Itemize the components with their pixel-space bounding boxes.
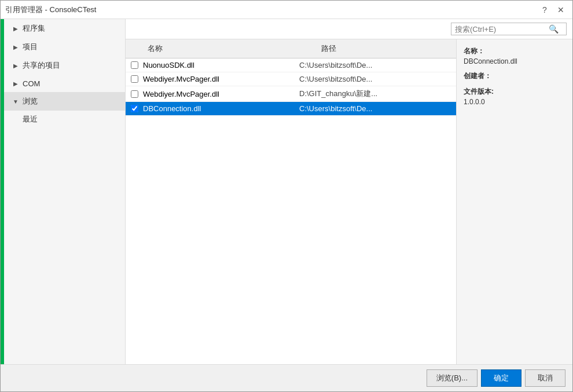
detail-name-label: 名称： — [464, 46, 565, 56]
arrow-project: ▶ — [11, 42, 20, 52]
file-list-container: 名称 路径 NuonuoSDK.dll C:\Users\bitzsoft\De… — [126, 39, 457, 364]
search-wrapper: 🔍 — [451, 23, 567, 35]
file-path-4: C:\Users\bitzsoft\De... — [299, 104, 456, 113]
file-name-4: DBConnection.dll — [143, 104, 299, 113]
checkbox-cell-3[interactable] — [126, 90, 143, 98]
right-panel: 🔍 名称 路径 Nuonuo — [126, 19, 572, 364]
file-list-header: 名称 路径 — [126, 39, 456, 58]
main-window: 引用管理器 - ConsoleCTest ? ✕ ▶ 程序集 ▶ 项目 ▶ 共享… — [0, 0, 573, 392]
checkbox-cell-1[interactable] — [126, 61, 143, 69]
file-path-3: D:\GIT_changku\新建... — [299, 89, 456, 99]
search-icon-button[interactable]: 🔍 — [548, 24, 560, 34]
sidebar-item-com[interactable]: ▶ COM — [4, 75, 125, 92]
file-path-2: C:\Users\bitzsoft\De... — [299, 75, 456, 83]
title-bar-buttons: ? ✕ — [538, 3, 568, 17]
table-row[interactable]: Webdiyer.MvcPager.dll C:\Users\bitzsoft\… — [126, 72, 456, 86]
file-path-1: C:\Users\bitzsoft\De... — [299, 61, 456, 69]
sidebar-label-com: COM — [23, 79, 40, 88]
checkbox-4[interactable] — [131, 105, 138, 112]
table-row[interactable]: DBConnection.dll C:\Users\bitzsoft\De... — [126, 102, 456, 116]
search-bar: 🔍 — [126, 19, 572, 39]
window-title: 引用管理器 - ConsoleCTest — [5, 5, 96, 15]
checkbox-2[interactable] — [131, 75, 138, 83]
arrow-shared-project: ▶ — [11, 61, 20, 70]
title-bar: 引用管理器 - ConsoleCTest ? ✕ — [1, 1, 572, 19]
table-row[interactable]: Webdiyer.MvcPager.dll D:\GIT_changku\新建.… — [126, 86, 456, 102]
help-button[interactable]: ? — [538, 3, 552, 17]
sidebar-label-shared-project: 共享的项目 — [23, 60, 60, 71]
header-path: 路径 — [317, 42, 456, 56]
sidebar-item-assemblies[interactable]: ▶ 程序集 — [4, 19, 125, 38]
checkbox-cell-2[interactable] — [126, 75, 143, 83]
sidebar: ▶ 程序集 ▶ 项目 ▶ 共享的项目 ▶ COM ▼ 浏览 最近 — [4, 19, 126, 364]
file-name-3: Webdiyer.MvcPager.dll — [143, 90, 299, 98]
file-name-2: Webdiyer.MvcPager.dll — [143, 75, 299, 83]
sidebar-label-assemblies: 程序集 — [23, 23, 45, 34]
main-content: ▶ 程序集 ▶ 项目 ▶ 共享的项目 ▶ COM ▼ 浏览 最近 — [1, 19, 572, 364]
browse-button[interactable]: 浏览(B)... — [427, 369, 477, 387]
checkbox-1[interactable] — [131, 61, 138, 69]
detail-name-value: DBConnection.dll — [464, 57, 565, 65]
checkbox-3[interactable] — [131, 90, 138, 98]
detail-version-value: 1.0.0.0 — [464, 98, 565, 106]
arrow-browse: ▼ — [11, 97, 20, 106]
sidebar-label-recent: 最近 — [23, 115, 38, 123]
header-checkbox-spacer — [126, 42, 143, 56]
sidebar-label-browse: 浏览 — [23, 96, 38, 107]
detail-version-label: 文件版本: — [464, 87, 565, 97]
file-name-1: NuonuoSDK.dll — [143, 61, 299, 69]
detail-panel: 名称： DBConnection.dll 创建者： 文件版本: 1.0.0.0 — [457, 39, 572, 364]
sidebar-item-browse[interactable]: ▼ 浏览 — [4, 92, 125, 111]
table-row[interactable]: NuonuoSDK.dll C:\Users\bitzsoft\De... — [126, 58, 456, 72]
bottom-bar: 浏览(B)... 确定 取消 — [1, 364, 572, 391]
header-name: 名称 — [143, 42, 317, 56]
arrow-com: ▶ — [11, 79, 20, 88]
close-button[interactable]: ✕ — [554, 3, 568, 17]
checkbox-cell-4[interactable] — [126, 105, 143, 112]
cancel-button[interactable]: 取消 — [525, 369, 565, 387]
arrow-assemblies: ▶ — [11, 24, 20, 33]
detail-creator-label: 创建者： — [464, 71, 565, 81]
sidebar-item-shared-project[interactable]: ▶ 共享的项目 — [4, 56, 125, 75]
sidebar-item-recent[interactable]: 最近 — [4, 111, 125, 128]
search-input[interactable] — [455, 25, 548, 34]
sidebar-item-project[interactable]: ▶ 项目 — [4, 38, 125, 56]
sidebar-label-project: 项目 — [23, 42, 38, 52]
list-area: 名称 路径 NuonuoSDK.dll C:\Users\bitzsoft\De… — [126, 39, 572, 364]
ok-button[interactable]: 确定 — [481, 369, 521, 387]
